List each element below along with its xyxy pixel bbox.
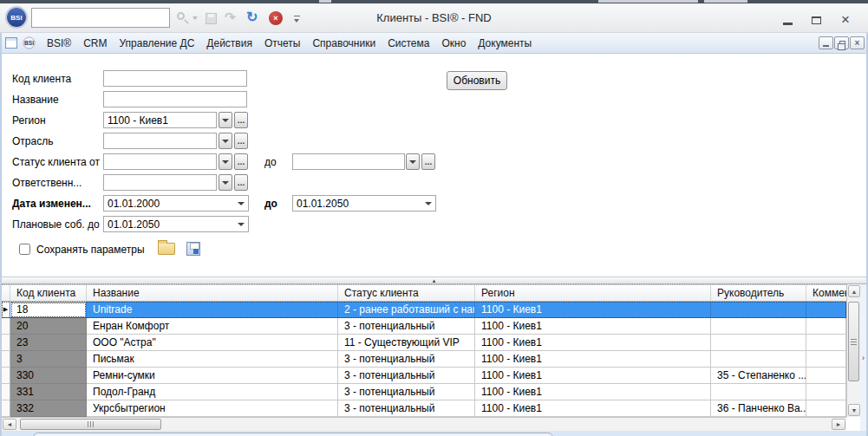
cell-manager[interactable] xyxy=(711,335,806,351)
planned-events-input[interactable] xyxy=(104,218,238,231)
cell-region[interactable]: 1100 - Киев1 xyxy=(475,384,711,400)
scroll-right-icon[interactable]: ► xyxy=(832,419,845,430)
cell-status[interactable]: 2 - ранее работавший с нами xyxy=(338,302,475,318)
dropdown-icon[interactable] xyxy=(238,202,245,205)
table-row[interactable]: 20 Енран Комфорт 3 - потенциальный 1100 … xyxy=(2,318,846,335)
right-collapse-strip[interactable]: › xyxy=(860,284,866,431)
menu-item-crm[interactable]: CRM xyxy=(77,34,113,53)
planned-events-field[interactable] xyxy=(103,216,249,232)
table-row-selected[interactable]: ▶ 18 Unitrade 2 - ранее работавший с нам… xyxy=(2,302,846,318)
row-selector[interactable] xyxy=(2,368,10,384)
cell-status[interactable]: 3 - потенциальный xyxy=(338,400,475,417)
menu-item-okno[interactable]: Окно xyxy=(435,34,472,53)
cell-comment[interactable] xyxy=(806,318,846,335)
mdi-minimize-button[interactable] xyxy=(819,36,833,49)
menu-item-bsi[interactable]: BSI® xyxy=(41,34,77,53)
vertical-scrollbar[interactable]: ▲ ▼ xyxy=(846,284,860,417)
dropdown-icon[interactable] xyxy=(425,202,432,205)
cell-manager[interactable] xyxy=(711,384,806,400)
cell-name[interactable]: Ремни-сумки xyxy=(87,368,338,384)
open-folder-button[interactable] xyxy=(155,238,178,260)
menu-item-deystviya[interactable]: Действия xyxy=(200,34,258,53)
row-selector[interactable] xyxy=(2,318,10,335)
search-dropdown-icon[interactable] xyxy=(193,16,198,20)
refresh-icon[interactable]: ↻ xyxy=(246,10,258,23)
cell-region[interactable]: 1100 - Киев1 xyxy=(475,335,711,351)
industry-dropdown-button[interactable] xyxy=(219,133,232,149)
cell-name[interactable]: Unitrade xyxy=(87,302,338,318)
responsible-input[interactable] xyxy=(103,174,217,191)
cell-manager[interactable]: 36 - Панченко Ва... xyxy=(711,400,806,417)
cell-status[interactable]: 3 - потенциальный xyxy=(338,351,475,368)
cell-manager[interactable] xyxy=(711,318,806,335)
cell-code[interactable]: 330 xyxy=(10,368,87,384)
cell-name[interactable]: Письмак xyxy=(87,351,338,368)
table-row[interactable]: 23 ООО "Астра" 11 - Существующий VIP 110… xyxy=(2,335,846,351)
cell-code[interactable]: 23 xyxy=(10,335,87,351)
date-changed-to-field[interactable] xyxy=(292,195,436,211)
cell-name[interactable]: ООО "Астра" xyxy=(87,335,338,351)
cell-comment[interactable] xyxy=(806,368,846,384)
minimize-button[interactable] xyxy=(776,12,799,28)
mdi-close-button[interactable]: × xyxy=(850,36,865,49)
cell-comment[interactable] xyxy=(806,351,846,368)
cell-comment[interactable] xyxy=(806,400,846,417)
region-lookup-button[interactable]: … xyxy=(234,112,248,128)
cell-status[interactable]: 3 - потенциальный xyxy=(338,368,475,384)
status-to-dropdown-button[interactable] xyxy=(406,153,420,170)
responsible-lookup-button[interactable]: … xyxy=(234,174,248,191)
cell-manager[interactable] xyxy=(711,302,806,318)
client-code-input[interactable] xyxy=(103,70,247,87)
menu-item-spravochniki[interactable]: Справочники xyxy=(306,34,382,53)
cell-status[interactable]: 11 - Существующий VIP xyxy=(338,335,475,351)
date-changed-to-input[interactable] xyxy=(293,198,425,210)
status-from-input[interactable] xyxy=(103,153,217,170)
cell-comment[interactable] xyxy=(806,302,846,318)
region-input[interactable] xyxy=(103,112,217,128)
industry-lookup-button[interactable]: … xyxy=(234,133,248,149)
header-client-code[interactable]: Код клиента xyxy=(10,285,87,301)
cell-code[interactable]: 3 xyxy=(10,351,87,368)
close-button[interactable]: × xyxy=(834,12,857,28)
region-dropdown-button[interactable] xyxy=(219,112,232,128)
row-selector[interactable] xyxy=(2,384,10,400)
menu-item-upravlenie-ds[interactable]: Управление ДС xyxy=(114,34,201,53)
grid-view-icon[interactable] xyxy=(5,37,17,49)
mdi-restore-button[interactable] xyxy=(834,36,849,49)
scroll-down-icon[interactable]: ▼ xyxy=(848,404,860,416)
cell-name[interactable]: Укрсбытрегион xyxy=(87,400,338,417)
stop-icon[interactable]: × xyxy=(269,11,283,25)
cell-region[interactable]: 1100 - Киев1 xyxy=(475,302,711,318)
cell-status[interactable]: 3 - потенциальный xyxy=(338,318,475,335)
responsible-dropdown-button[interactable] xyxy=(219,174,232,191)
cell-region[interactable]: 1100 - Киев1 xyxy=(475,351,711,368)
cell-name[interactable]: Енран Комфорт xyxy=(87,318,338,335)
cell-code[interactable]: 18 xyxy=(10,302,87,318)
horizontal-splitter[interactable]: ▴ xyxy=(2,277,866,284)
menu-item-sistema[interactable]: Система xyxy=(382,34,435,53)
header-manager[interactable]: Руководитель xyxy=(711,285,806,301)
header-region[interactable]: Регион xyxy=(475,285,711,301)
industry-input[interactable] xyxy=(103,133,217,149)
table-row[interactable]: 3 Письмак 3 - потенциальный 1100 - Киев1 xyxy=(2,351,846,368)
search-icon[interactable] xyxy=(177,12,189,24)
maximize-button[interactable] xyxy=(805,12,827,28)
row-selector[interactable] xyxy=(2,335,10,351)
header-status[interactable]: Статус клиента xyxy=(338,285,475,301)
row-selector[interactable] xyxy=(2,400,10,417)
date-changed-from-input[interactable] xyxy=(104,198,238,210)
status-to-lookup-button[interactable]: … xyxy=(421,153,435,170)
save-icon[interactable] xyxy=(206,13,217,24)
dropdown-icon[interactable] xyxy=(238,223,245,226)
titlebar-search-input[interactable] xyxy=(31,8,170,28)
horizontal-scroll-thumb[interactable] xyxy=(20,419,161,430)
header-name[interactable]: Название xyxy=(87,285,338,301)
horizontal-scrollbar[interactable]: ◄ ► xyxy=(2,417,846,431)
save-settings-button[interactable] xyxy=(182,238,205,260)
row-pointer-icon[interactable]: ▶ xyxy=(2,302,10,318)
table-row[interactable]: 331 Подол-Гранд 3 - потенциальный 1100 -… xyxy=(2,384,846,400)
cell-code[interactable]: 332 xyxy=(10,400,87,417)
menu-item-otchety[interactable]: Отчеты xyxy=(258,34,306,53)
cell-comment[interactable] xyxy=(806,384,846,400)
cell-status[interactable]: 3 - потенциальный xyxy=(338,384,475,400)
